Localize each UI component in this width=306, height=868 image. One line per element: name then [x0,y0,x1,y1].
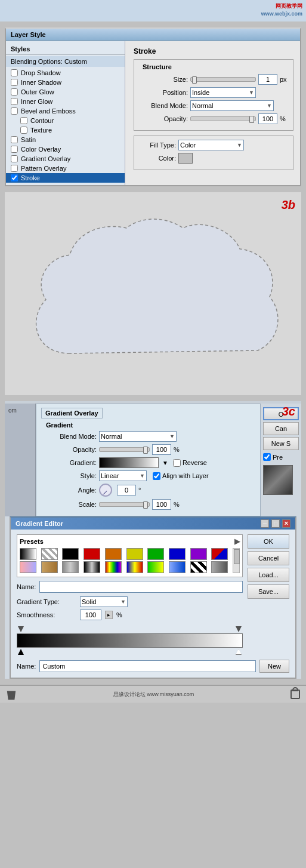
opacity-stop-left[interactable] [18,626,24,632]
color-stop-right[interactable] [236,649,242,655]
texture-checkbox[interactable] [20,127,27,134]
go-opacity-slider[interactable] [99,447,150,452]
sidebar-item-pattern-overlay[interactable]: Pattern Overlay [6,164,125,173]
preset-swatch-13[interactable] [84,561,100,573]
contour-checkbox[interactable] [20,117,27,124]
color-overlay-checkbox[interactable] [11,146,18,153]
close-button[interactable]: ✕ [282,519,290,528]
go-blend-mode-dropdown[interactable]: Normal ▼ [99,431,177,442]
footer-right [290,690,300,699]
left-panel-partial: om [5,404,36,516]
footer-site: 思缘设计论坛 www.missyuan.com [113,691,194,698]
bevel-emboss-checkbox[interactable] [11,107,18,115]
preset-swatch-10[interactable] [20,561,36,573]
presets-scrollbar[interactable] [233,548,240,573]
align-checkbox[interactable] [153,472,160,480]
sidebar-item-drop-shadow[interactable]: Drop Shadow [6,68,125,78]
editor-ok-button[interactable]: OK [248,534,289,549]
preset-swatch-17[interactable] [169,561,186,573]
right-buttons: O Can New S Pre [261,404,301,516]
maximize-button[interactable]: □ [271,519,280,528]
color-stop-left[interactable] [18,649,24,655]
opacity-input[interactable] [258,113,277,124]
go-scale-slider[interactable] [99,502,150,507]
preset-swatch-3[interactable] [84,548,100,560]
preset-swatch-8[interactable] [190,548,207,560]
presets-header: Presets ▶ [20,537,240,546]
smoothness-unit: % [116,611,122,618]
drop-shadow-checkbox[interactable] [11,69,18,76]
preset-swatch-1[interactable] [41,548,58,560]
new-button[interactable]: New [259,660,289,673]
sidebar-item-inner-glow[interactable]: Inner Glow [6,97,125,106]
go-opacity-input[interactable] [152,444,171,455]
gradient-overlay-checkbox[interactable] [11,155,18,162]
delete-icon[interactable] [6,689,17,700]
gradient-type-dropdown[interactable]: Solid ▼ [80,596,128,607]
preset-swatch-18[interactable] [190,561,207,573]
smoothness-stepper[interactable]: ▸ [105,611,113,619]
preset-swatch-16[interactable] [147,561,164,573]
sidebar-item-bevel-emboss[interactable]: Bevel and Emboss [6,106,125,116]
go-gradient-row: Gradient: ▼ Reverse [46,457,255,468]
preset-swatch-6[interactable] [147,548,164,560]
pattern-overlay-checkbox[interactable] [11,165,18,172]
preset-swatch-12[interactable] [62,561,79,573]
go-style-dropdown[interactable]: Linear ▼ [99,470,147,481]
preset-swatch-0[interactable] [20,548,36,560]
blend-mode-dropdown[interactable]: Normal ▼ [190,100,274,111]
sidebar-item-outer-glow[interactable]: Outer Glow [6,87,125,97]
editor-load-button[interactable]: Load... [248,568,289,582]
preset-swatch-15[interactable] [126,561,143,573]
presets-menu-arrow[interactable]: ▶ [234,537,240,546]
smoothness-input[interactable] [80,610,101,620]
inner-glow-checkbox[interactable] [11,98,18,105]
size-input[interactable] [258,74,277,85]
go-opacity-slider-thumb [143,447,148,454]
blending-options-item[interactable]: Blending Options: Custom [6,56,125,67]
size-slider[interactable] [190,77,256,82]
preset-swatch-19[interactable] [211,561,228,573]
name-input[interactable] [39,581,243,593]
color-swatch[interactable] [178,153,193,164]
sidebar-item-stroke[interactable]: Stroke [6,173,125,183]
preset-swatch-4[interactable] [105,548,122,560]
stroke-title: Stroke [134,47,293,56]
sidebar-item-texture[interactable]: Texture [6,125,125,135]
sidebar-item-color-overlay[interactable]: Color Overlay [6,144,125,154]
sidebar-item-contour[interactable]: Contour [6,116,125,125]
gradient-dropdown-arrow[interactable]: ▼ [162,460,168,466]
preview-checkbox[interactable] [263,453,271,461]
fill-type-dropdown[interactable]: Color ▼ [178,140,244,150]
reverse-checkbox[interactable] [173,459,181,467]
color-row: Color: [140,153,287,164]
gradient-display-bar[interactable] [17,633,243,648]
opacity-stop-right[interactable] [236,626,242,632]
satin-checkbox[interactable] [11,136,18,143]
inner-shadow-checkbox[interactable] [11,79,18,86]
preset-swatch-7[interactable] [169,548,186,560]
editor-save-button[interactable]: Save... [248,584,289,599]
editor-cancel-button[interactable]: Cancel [248,551,289,565]
scale-input[interactable] [152,499,171,510]
angle-input[interactable] [117,485,136,495]
preset-swatch-14[interactable] [105,561,122,573]
preset-swatch-5[interactable] [126,548,143,560]
outer-glow-checkbox[interactable] [11,88,18,96]
preset-swatch-9[interactable] [211,548,228,560]
sidebar-item-inner-shadow[interactable]: Inner Shadow [6,78,125,87]
preset-swatch-2[interactable] [62,548,79,560]
name-input-2[interactable] [39,660,256,672]
angle-dial[interactable] [99,484,112,497]
cancel-button[interactable]: Can [263,422,299,435]
gradient-preview-bar[interactable] [99,457,159,468]
opacity-slider[interactable] [190,116,256,121]
minimize-button[interactable]: ─ [261,519,269,528]
go-blend-mode-arrow: ▼ [167,433,175,439]
sidebar-item-gradient-overlay[interactable]: Gradient Overlay [6,154,125,164]
preset-swatch-11[interactable] [41,561,58,573]
new-style-button[interactable]: New S [263,437,299,450]
position-dropdown[interactable]: Inside ▼ [190,87,256,98]
stroke-checkbox[interactable] [11,174,18,181]
sidebar-item-satin[interactable]: Satin [6,135,125,144]
